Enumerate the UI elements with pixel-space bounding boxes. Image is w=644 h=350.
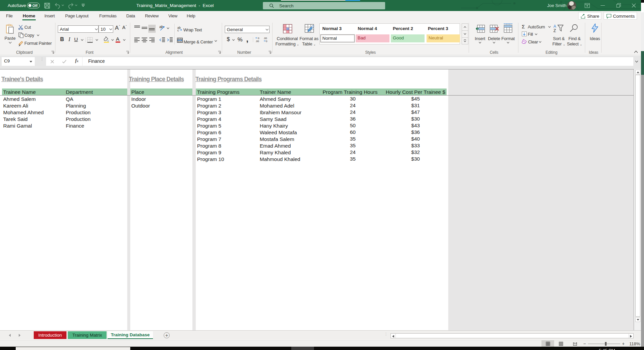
- svg-text:c: c: [177, 29, 179, 31]
- svg-text:0: 0: [266, 40, 267, 42]
- svg-text:.00: .00: [256, 40, 259, 42]
- svg-text:0: 0: [258, 37, 259, 40]
- svg-text:Z: Z: [553, 28, 556, 32]
- svg-text:.00: .00: [264, 37, 267, 40]
